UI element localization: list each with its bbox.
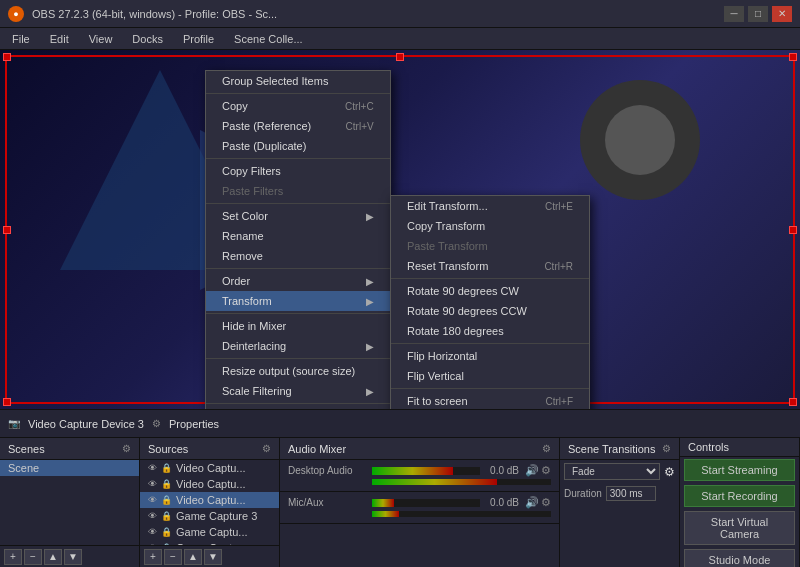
scenes-settings-icon[interactable]: ⚙ xyxy=(122,443,131,454)
audio-mic-settings[interactable]: ⚙ xyxy=(541,496,551,509)
sources-settings-icon[interactable]: ⚙ xyxy=(262,443,271,454)
ctx-sep-7 xyxy=(206,403,390,404)
ctx-rotate-90-ccw[interactable]: Rotate 90 degrees CCW xyxy=(391,301,589,321)
ctx-order[interactable]: Order▶ xyxy=(206,271,390,291)
menu-view[interactable]: View xyxy=(81,31,121,47)
preview-area: Group Selected Items CopyCtrl+C Paste (R… xyxy=(0,50,800,409)
source-lock-1[interactable]: 🔒 xyxy=(161,463,172,473)
ctx-hide-in-mixer[interactable]: Hide in Mixer xyxy=(206,316,390,336)
settings-icon[interactable]: ⚙ xyxy=(152,418,161,429)
source-lock-4[interactable]: 🔒 xyxy=(161,511,172,521)
sources-header: Sources ⚙ xyxy=(140,438,279,460)
scene-add-btn[interactable]: + xyxy=(4,549,22,565)
ctx-blending-mode[interactable]: Blending Mode▶ xyxy=(206,406,390,409)
sources-header-icons: ⚙ xyxy=(262,443,271,454)
scenes-panel: Scenes ⚙ Scene + − ▲ ▼ xyxy=(0,438,140,567)
source-item-2[interactable]: 👁 🔒 Video Captu... xyxy=(140,476,279,492)
ctx-copy[interactable]: CopyCtrl+C xyxy=(206,96,390,116)
sources-panel: Sources ⚙ 👁 🔒 Video Captu... 👁 🔒 Video C… xyxy=(140,438,280,567)
scenes-header-icons: ⚙ xyxy=(122,443,131,454)
ctx-resize-output[interactable]: Resize output (source size) xyxy=(206,361,390,381)
source-add-btn[interactable]: + xyxy=(144,549,162,565)
handle-bottom-left[interactable] xyxy=(3,398,11,406)
ctx-set-color[interactable]: Set Color▶ xyxy=(206,206,390,226)
ctx-fit-to-screen[interactable]: Fit to screenCtrl+F xyxy=(391,391,589,409)
source-eye-5[interactable]: 👁 xyxy=(148,527,157,537)
source-remove-btn[interactable]: − xyxy=(164,549,182,565)
ctx-copy-filters[interactable]: Copy Filters xyxy=(206,161,390,181)
source-lock-3[interactable]: 🔒 xyxy=(161,495,172,505)
handle-middle-left[interactable] xyxy=(3,226,11,234)
ctx-edit-transform[interactable]: Edit Transform...Ctrl+E xyxy=(391,196,589,216)
maximize-button[interactable]: □ xyxy=(748,6,768,22)
ctx-transform[interactable]: Transform▶ xyxy=(206,291,390,311)
scene-up-btn[interactable]: ▲ xyxy=(44,549,62,565)
source-lock-2[interactable]: 🔒 xyxy=(161,479,172,489)
menu-file[interactable]: File xyxy=(4,31,38,47)
source-eye-4[interactable]: 👁 xyxy=(148,511,157,521)
audio-mic-mute[interactable]: 🔊 xyxy=(525,496,539,509)
ctx-rotate-180[interactable]: Rotate 180 degrees xyxy=(391,321,589,341)
ctx-scale-filtering[interactable]: Scale Filtering▶ xyxy=(206,381,390,401)
ctx-flip-horizontal[interactable]: Flip Horizontal xyxy=(391,346,589,366)
ctx-remove[interactable]: Remove xyxy=(206,246,390,266)
source-eye-2[interactable]: 👁 xyxy=(148,479,157,489)
source-lock-5[interactable]: 🔒 xyxy=(161,527,172,537)
ctx-paste-reference[interactable]: Paste (Reference)Ctrl+V xyxy=(206,116,390,136)
scenes-footer: + − ▲ ▼ xyxy=(0,545,139,567)
properties-label[interactable]: Properties xyxy=(169,418,219,430)
ctx-reset-transform[interactable]: Reset TransformCtrl+R xyxy=(391,256,589,276)
handle-bottom-right[interactable] xyxy=(789,398,797,406)
studio-mode-btn[interactable]: Studio Mode xyxy=(684,549,795,567)
scene-remove-btn[interactable]: − xyxy=(24,549,42,565)
trans-type-select[interactable]: Fade Cut Swipe Slide xyxy=(564,463,660,480)
ctx-sep-1 xyxy=(206,93,390,94)
menu-edit[interactable]: Edit xyxy=(42,31,77,47)
audio-desktop-mute[interactable]: 🔊 xyxy=(525,464,539,477)
minimize-button[interactable]: ─ xyxy=(724,6,744,22)
handle-top-left[interactable] xyxy=(3,53,11,61)
ctx-group-selected[interactable]: Group Selected Items xyxy=(206,71,390,91)
trans-duration-row: Duration xyxy=(560,483,679,504)
start-streaming-btn[interactable]: Start Streaming xyxy=(684,459,795,481)
handle-top-right[interactable] xyxy=(789,53,797,61)
handle-top-middle[interactable] xyxy=(396,53,404,61)
source-up-btn[interactable]: ▲ xyxy=(184,549,202,565)
ctx-flip-vertical[interactable]: Flip Vertical xyxy=(391,366,589,386)
source-item-1[interactable]: 👁 🔒 Video Captu... xyxy=(140,460,279,476)
menu-profile[interactable]: Profile xyxy=(175,31,222,47)
ctx-copy-transform[interactable]: Copy Transform xyxy=(391,216,589,236)
transitions-settings-icon[interactable]: ⚙ xyxy=(662,443,671,454)
ctx-paste-filters: Paste Filters xyxy=(206,181,390,201)
start-virtual-camera-btn[interactable]: Start Virtual Camera xyxy=(684,511,795,545)
ctx-deinterlacing[interactable]: Deinterlacing▶ xyxy=(206,336,390,356)
source-item-5[interactable]: 👁 🔒 Game Captu... xyxy=(140,524,279,540)
scene-down-btn[interactable]: ▼ xyxy=(64,549,82,565)
scene-item[interactable]: Scene xyxy=(0,460,139,476)
source-eye-3[interactable]: 👁 xyxy=(148,495,157,505)
handle-middle-right[interactable] xyxy=(789,226,797,234)
trans-duration-input[interactable] xyxy=(606,486,656,501)
start-recording-btn[interactable]: Start Recording xyxy=(684,485,795,507)
source-down-btn[interactable]: ▼ xyxy=(204,549,222,565)
audio-header-icons: ⚙ xyxy=(542,443,551,454)
controls-title: Controls xyxy=(688,441,729,453)
audio-desktop-label: Desktop Audio xyxy=(288,465,368,476)
audio-mic-icons: 🔊 ⚙ xyxy=(525,496,551,509)
menu-docks[interactable]: Docks xyxy=(124,31,171,47)
audio-desktop-settings[interactable]: ⚙ xyxy=(541,464,551,477)
ctx-paste-duplicate[interactable]: Paste (Duplicate) xyxy=(206,136,390,156)
ctx-rename[interactable]: Rename xyxy=(206,226,390,246)
trans-gear-icon[interactable]: ⚙ xyxy=(664,465,675,479)
source-label-5: Game Captu... xyxy=(176,526,248,538)
close-button[interactable]: ✕ xyxy=(772,6,792,22)
source-item-3[interactable]: 👁 🔒 Video Captu... xyxy=(140,492,279,508)
ctx-sep-6 xyxy=(206,358,390,359)
audio-settings-icon[interactable]: ⚙ xyxy=(542,443,551,454)
source-item-4[interactable]: 👁 🔒 Game Capture 3 xyxy=(140,508,279,524)
menu-scene-collection[interactable]: Scene Colle... xyxy=(226,31,310,47)
menubar: File Edit View Docks Profile Scene Colle… xyxy=(0,28,800,50)
audio-mic-label: Mic/Aux xyxy=(288,497,368,508)
ctx-rotate-90-cw[interactable]: Rotate 90 degrees CW xyxy=(391,281,589,301)
source-eye-1[interactable]: 👁 xyxy=(148,463,157,473)
